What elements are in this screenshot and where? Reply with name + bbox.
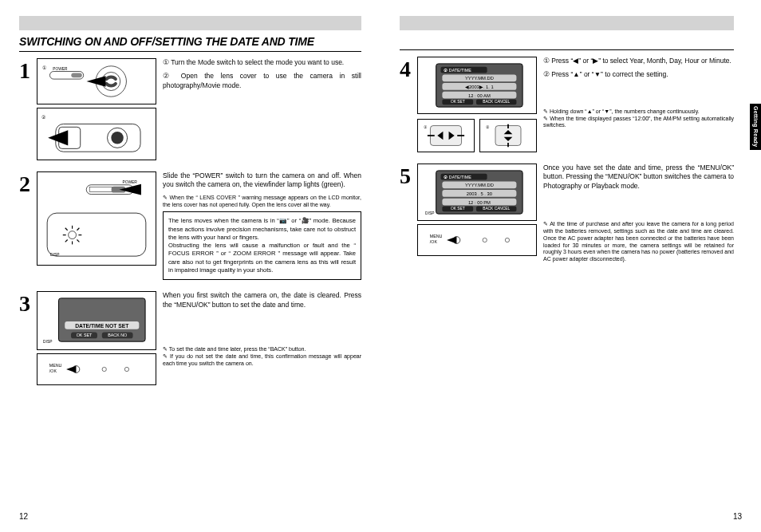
step4-note2: When the time displayed passes “12:00”, … (543, 116, 734, 130)
svg-text:DISP: DISP (50, 253, 59, 257)
svg-text:/OK: /OK (49, 368, 57, 373)
step-3: 3 DATE/TIME NOT SET OK SET BACK NO DISP (19, 291, 361, 385)
header-bar-right (400, 16, 734, 30)
svg-text:12 : 00   PM: 12 : 00 PM (468, 200, 491, 205)
section-title: SWITCHING ON AND OFF/SETTING THE DATE AN… (19, 35, 361, 52)
svg-text:OK SET: OK SET (77, 333, 93, 338)
step2-note: When the “ LENS COVER ” warning message … (163, 195, 361, 209)
step-2: 2 POWER (19, 171, 361, 280)
figure-mode-switch: ① POWER (37, 58, 156, 104)
svg-text:DISP: DISP (43, 340, 52, 344)
svg-rect-16 (47, 213, 146, 256)
svg-rect-54 (430, 126, 461, 146)
power-label: POWER (53, 67, 68, 71)
figure-power-switch: POWER DISP (37, 171, 156, 266)
svg-point-17 (69, 231, 77, 239)
power-label: POWER (122, 180, 137, 184)
page-number-right: 13 (733, 512, 742, 521)
step3-note1: To set the date and time later, press th… (163, 346, 361, 353)
step-number: 2 (19, 171, 37, 195)
svg-marker-11 (48, 130, 68, 145)
svg-text:BACK CANCEL: BACK CANCEL (483, 100, 510, 104)
svg-point-38 (102, 368, 106, 372)
svg-text:DISP: DISP (425, 211, 434, 215)
svg-marker-37 (66, 366, 76, 373)
header-bar-left (19, 16, 361, 30)
svg-text:①: ① (424, 124, 428, 129)
svg-text:2003 . 5 . 30: 2003 . 5 . 30 (467, 191, 492, 196)
step4-note1: Holding down “▲” or “▼”, the numbers cha… (543, 108, 734, 116)
side-tab: Getting Ready (750, 104, 761, 150)
figure-menuok-press-2: MENU /OK (417, 224, 537, 256)
svg-text:⦿ DATE/TIME: ⦿ DATE/TIME (444, 175, 471, 179)
step-number: 5 (400, 164, 417, 187)
step5-copy: Once you have set the date and time, pre… (543, 164, 734, 191)
svg-marker-82 (447, 237, 456, 244)
figure-menuok-press: MENU /OK (37, 353, 156, 385)
menuok-label: MENU (49, 364, 62, 368)
svg-point-9 (111, 132, 123, 144)
step-5: 5 ⦿ DATE/TIME YYYY.MM.DD 2003 . 5 . 30 1… (400, 164, 734, 263)
svg-text:YYYY.MM.DD: YYYY.MM.DD (465, 183, 494, 187)
figure-lcd-notset: DATE/TIME NOT SET OK SET BACK NO DISP (37, 291, 156, 350)
step-4: 4 ⦿ DATE/TIME YYYY.MM.DD ◀2003▶. 1. 1 12… (400, 57, 734, 152)
step3-copy: When you first switch the camera on, the… (163, 291, 361, 309)
svg-rect-7 (56, 124, 140, 152)
svg-text:MENU: MENU (430, 234, 443, 238)
svg-text:/OK: /OK (430, 239, 438, 244)
step2-copy: Slide the “POWER” switch to turn the cam… (163, 171, 361, 190)
svg-text:②: ② (486, 124, 490, 129)
svg-text:②: ② (41, 115, 45, 120)
svg-rect-13 (89, 187, 112, 192)
svg-text:◀2003▶. 1. 1: ◀2003▶. 1. 1 (465, 85, 494, 89)
svg-point-83 (483, 238, 487, 242)
figure-lcd-datetime-set: ⦿ DATE/TIME YYYY.MM.DD 2003 . 5 . 30 12 … (417, 164, 537, 221)
step4-figure-group: ⦿ DATE/TIME YYYY.MM.DD ◀2003▶. 1. 1 12 :… (417, 57, 537, 152)
svg-text:BACK CANCEL: BACK CANCEL (483, 207, 510, 211)
svg-text:BACK NO: BACK NO (108, 333, 127, 338)
svg-text:OK SET: OK SET (451, 207, 465, 211)
svg-text:①: ① (42, 65, 46, 70)
step-1: 1 ① POWER (19, 58, 361, 160)
svg-point-84 (505, 238, 509, 242)
step2-callout: The lens moves when the camera is in “📷”… (163, 211, 361, 280)
svg-rect-60 (495, 126, 521, 146)
step3-note2: If you do not set the date and time, thi… (163, 353, 361, 368)
step1-line2: ② Open the lens cover to use the camera … (163, 72, 361, 90)
svg-line-24 (65, 240, 68, 242)
svg-line-23 (77, 228, 79, 231)
svg-rect-2 (71, 73, 81, 77)
svg-text:12 : 00   AM: 12 : 00 AM (468, 93, 491, 98)
figure-lcd-datetime: ⦿ DATE/TIME YYYY.MM.DD ◀2003▶. 1. 1 12 :… (417, 57, 537, 114)
step-number: 3 (19, 291, 37, 315)
figure-up-down-btn: ② (479, 119, 537, 152)
svg-text:⦿ DATE/TIME: ⦿ DATE/TIME (444, 68, 471, 73)
svg-text:OK SET: OK SET (451, 100, 465, 104)
step-number: 1 (19, 58, 37, 82)
page-number-left: 12 (19, 512, 28, 521)
svg-point-39 (124, 368, 128, 372)
step5-note: At the time of purchase and after you le… (543, 221, 734, 263)
svg-text:DATE/TIME NOT SET: DATE/TIME NOT SET (75, 323, 129, 329)
svg-line-22 (65, 228, 68, 231)
svg-marker-15 (119, 184, 140, 195)
figure-lens-cover: ② (37, 108, 156, 160)
step-number: 4 (400, 57, 417, 81)
step1-line1: ① Turn the Mode switch to select the mod… (163, 58, 361, 67)
step5-figure-group: ⦿ DATE/TIME YYYY.MM.DD 2003 . 5 . 30 12 … (417, 164, 537, 256)
step4-line1: ① Press “◀” or “▶” to select Year, Month… (543, 57, 734, 65)
step4-line2: ② Press “▲” or “▼” to correct the settin… (543, 70, 734, 79)
figure-left-right-btn: ① (417, 119, 475, 152)
svg-line-25 (77, 240, 79, 242)
svg-text:YYYY.MM.DD: YYYY.MM.DD (465, 76, 494, 81)
step3-figure-group: DATE/TIME NOT SET OK SET BACK NO DISP ME… (37, 291, 156, 385)
step1-figure-group: ① POWER ② (37, 58, 156, 160)
